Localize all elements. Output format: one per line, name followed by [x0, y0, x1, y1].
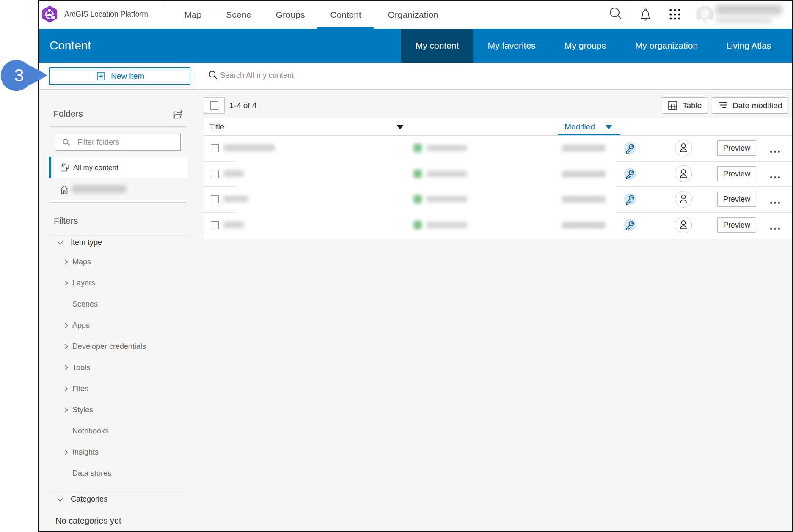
svg-text:3: 3 — [14, 66, 24, 85]
